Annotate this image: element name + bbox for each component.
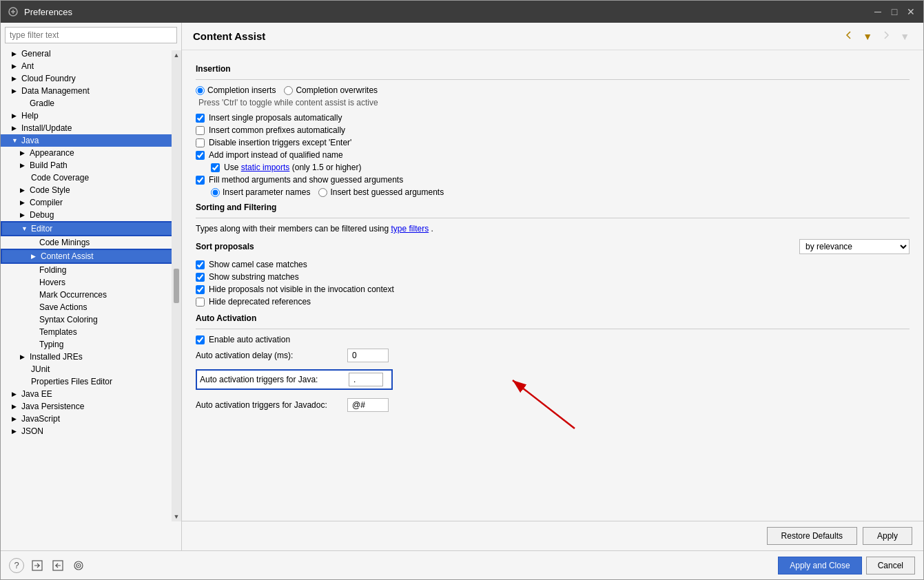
insert-common-checkbox[interactable] bbox=[196, 126, 205, 135]
sidebar-item-json[interactable]: ▶ JSON bbox=[1, 425, 174, 437]
sorting-description: Types along with their members can be fi… bbox=[196, 224, 910, 234]
sidebar-item-debug[interactable]: ▶ Debug bbox=[1, 209, 174, 221]
sidebar-item-label: Code Coverage bbox=[31, 173, 89, 183]
substring-checkbox[interactable] bbox=[196, 273, 205, 282]
apply-button[interactable]: Apply bbox=[863, 527, 912, 545]
sidebar-item-mark-occurrences[interactable]: Mark Occurrences bbox=[1, 289, 174, 301]
static-imports-link[interactable]: static imports bbox=[241, 163, 290, 172]
sidebar-item-code-minings[interactable]: Code Minings bbox=[1, 236, 174, 249]
completion-inserts-option[interactable]: Completion inserts bbox=[196, 85, 276, 95]
sidebar-item-label: Typing bbox=[39, 340, 63, 349]
fill-method-row[interactable]: Fill method arguments and show guessed a… bbox=[196, 175, 910, 185]
sidebar-item-content-assist[interactable]: ▶ Content Assist bbox=[1, 249, 174, 264]
search-box bbox=[5, 27, 177, 43]
completion-inserts-radio[interactable] bbox=[196, 86, 205, 95]
disable-insertion-checkbox[interactable] bbox=[196, 138, 205, 147]
enable-auto-checkbox[interactable] bbox=[196, 335, 205, 344]
insert-param-names-radio[interactable] bbox=[211, 188, 220, 197]
sidebar-item-templates[interactable]: Templates bbox=[1, 326, 174, 338]
add-import-row[interactable]: Add import instead of qualified name bbox=[196, 150, 910, 160]
sidebar-item-help[interactable]: ▶ Help bbox=[1, 110, 174, 122]
export-button[interactable] bbox=[50, 558, 65, 573]
dropdown-button[interactable]: ▼ bbox=[860, 30, 875, 43]
disable-insertion-row[interactable]: Disable insertion triggers except 'Enter… bbox=[196, 138, 910, 147]
insert-best-guessed-label: Insert best guessed arguments bbox=[330, 187, 444, 197]
maximize-button[interactable]: □ bbox=[887, 5, 901, 19]
insert-best-guessed-option[interactable]: Insert best guessed arguments bbox=[318, 187, 444, 197]
forward-button[interactable] bbox=[878, 28, 894, 44]
insert-param-names-option[interactable]: Insert parameter names bbox=[211, 187, 310, 197]
arrow-icon: ▶ bbox=[20, 187, 27, 194]
fill-method-checkbox[interactable] bbox=[196, 176, 205, 185]
insert-single-row[interactable]: Insert single proposals automatically bbox=[196, 113, 910, 123]
type-filters-link[interactable]: type filters bbox=[391, 224, 429, 234]
triggers-javadoc-input[interactable] bbox=[347, 398, 389, 412]
sidebar-item-save-actions[interactable]: Save Actions bbox=[1, 301, 174, 313]
enable-auto-row[interactable]: Enable auto activation bbox=[196, 335, 910, 344]
sidebar-item-general[interactable]: ▶ General bbox=[1, 48, 174, 60]
sidebar-item-java-persistence[interactable]: ▶ Java Persistence bbox=[1, 400, 174, 413]
sidebar-item-install-update[interactable]: ▶ Install/Update bbox=[1, 122, 174, 134]
sidebar-item-ant[interactable]: ▶ Ant bbox=[1, 60, 174, 72]
triggers-java-input[interactable] bbox=[349, 373, 383, 386]
arrow-icon: ▶ bbox=[20, 162, 27, 169]
sidebar-item-code-coverage[interactable]: Code Coverage bbox=[1, 172, 174, 184]
hide-deprecated-row[interactable]: Hide deprecated references bbox=[196, 297, 910, 307]
camel-case-checkbox[interactable] bbox=[196, 260, 205, 269]
sidebar-item-java-ee[interactable]: ▶ Java EE bbox=[1, 388, 174, 400]
preferences-window: Preferences ─ □ ✕ ▶ General ▶ A bbox=[0, 0, 924, 580]
sidebar-item-appearance[interactable]: ▶ Appearance bbox=[1, 147, 174, 159]
sidebar-item-javascript[interactable]: ▶ JavaScript bbox=[1, 413, 174, 425]
sidebar-item-label: Hovers bbox=[39, 278, 65, 287]
sidebar-item-installed-jres[interactable]: ▶ Installed JREs bbox=[1, 351, 174, 363]
sidebar-item-folding[interactable]: Folding bbox=[1, 264, 174, 276]
substring-row[interactable]: Show substring matches bbox=[196, 272, 910, 282]
sidebar-item-java[interactable]: ▼ Java bbox=[1, 134, 174, 147]
cancel-button[interactable]: Cancel bbox=[866, 557, 915, 574]
target-button[interactable] bbox=[71, 558, 86, 573]
sorting-text: Types along with their members can be fi… bbox=[196, 224, 391, 234]
sidebar-item-label: Templates bbox=[39, 327, 77, 337]
add-import-checkbox[interactable] bbox=[196, 151, 205, 160]
hide-not-visible-row[interactable]: Hide proposals not visible in the invoca… bbox=[196, 284, 910, 294]
sidebar-item-label: Java bbox=[21, 136, 39, 145]
delay-input[interactable] bbox=[347, 349, 389, 362]
back-button[interactable] bbox=[841, 28, 857, 44]
camel-case-row[interactable]: Show camel case matches bbox=[196, 260, 910, 269]
use-static-row[interactable]: Use static imports (only 1.5 or higher) bbox=[211, 163, 910, 172]
arrow-icon: ▶ bbox=[12, 415, 19, 422]
help-icon-button[interactable]: ? bbox=[9, 558, 24, 573]
completion-overwrites-option[interactable]: Completion overwrites bbox=[284, 85, 378, 95]
sidebar-item-typing[interactable]: Typing bbox=[1, 338, 174, 351]
hide-deprecated-checkbox[interactable] bbox=[196, 298, 205, 307]
triggers-javadoc-row: Auto activation triggers for Javadoc: bbox=[196, 398, 910, 412]
scroll-up-button[interactable]: ▲ bbox=[172, 50, 181, 60]
insert-single-checkbox[interactable] bbox=[196, 114, 205, 123]
sidebar-item-data-management[interactable]: ▶ Data Management bbox=[1, 85, 174, 97]
sidebar-item-code-style[interactable]: ▶ Code Style bbox=[1, 184, 174, 196]
sidebar-item-hovers[interactable]: Hovers bbox=[1, 276, 174, 289]
import-button[interactable] bbox=[30, 558, 45, 573]
search-input[interactable] bbox=[5, 27, 177, 43]
close-button[interactable]: ✕ bbox=[904, 5, 918, 19]
minimize-button[interactable]: ─ bbox=[871, 5, 885, 19]
sidebar-item-cloud-foundry[interactable]: ▶ Cloud Foundry bbox=[1, 72, 174, 85]
restore-defaults-button[interactable]: Restore Defaults bbox=[767, 527, 857, 545]
sidebar-item-editor[interactable]: ▼ Editor bbox=[1, 221, 174, 236]
sidebar-item-syntax-coloring[interactable]: Syntax Coloring bbox=[1, 313, 174, 326]
completion-overwrites-radio[interactable] bbox=[284, 86, 293, 95]
scroll-down-button[interactable]: ▼ bbox=[172, 512, 181, 521]
hide-not-visible-checkbox[interactable] bbox=[196, 285, 205, 294]
sort-proposals-select[interactable]: by relevance alphabetically bbox=[799, 239, 910, 254]
insert-common-row[interactable]: Insert common prefixes automatically bbox=[196, 125, 910, 135]
sidebar-item-compiler[interactable]: ▶ Compiler bbox=[1, 196, 174, 209]
sidebar-item-gradle[interactable]: Gradle bbox=[1, 97, 174, 110]
sidebar-item-build-path[interactable]: ▶ Build Path bbox=[1, 159, 174, 172]
forward-dropdown-button[interactable]: ▼ bbox=[897, 30, 912, 43]
insert-best-guessed-radio[interactable] bbox=[318, 188, 327, 197]
sidebar-item-junit[interactable]: JUnit bbox=[1, 363, 174, 375]
hide-deprecated-label: Hide deprecated references bbox=[209, 297, 311, 307]
apply-and-close-button[interactable]: Apply and Close bbox=[778, 557, 861, 574]
use-static-checkbox[interactable] bbox=[211, 163, 220, 172]
sidebar-item-properties-files-editor[interactable]: Properties Files Editor bbox=[1, 375, 174, 388]
